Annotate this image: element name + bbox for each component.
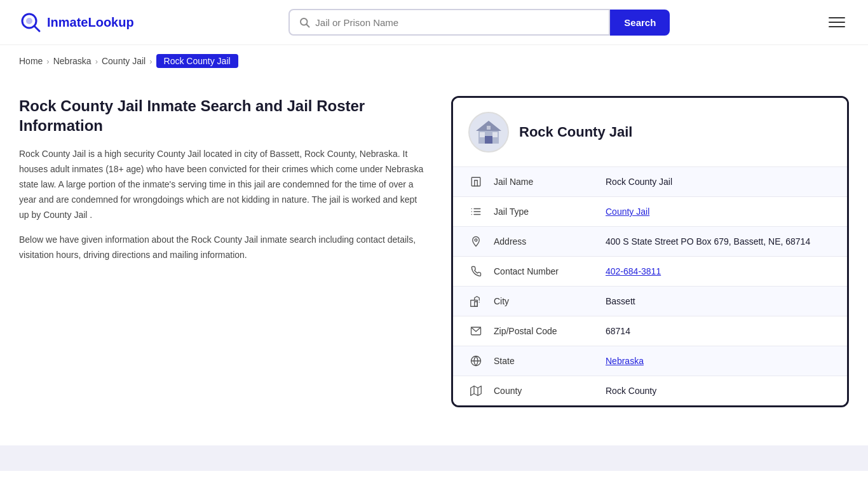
info-card: Rock County Jail Jail Name Rock County J…	[451, 96, 849, 407]
logo-link[interactable]: InmateLookup	[19, 11, 134, 34]
jail-name-value: Rock County Jail	[606, 177, 672, 187]
search-area: Search	[288, 9, 670, 36]
card-title: Rock County Jail	[519, 124, 632, 140]
svg-rect-11	[471, 177, 480, 186]
table-row: Contact Number 402-684-3811	[453, 257, 847, 287]
page-desc-1: Rock County Jail is a high security Coun…	[19, 147, 426, 222]
table-row: State Nebraska	[453, 346, 847, 376]
state-label: State	[494, 356, 595, 366]
building-icon	[468, 176, 484, 187]
menu-line-2	[829, 22, 845, 23]
card-header: Rock County Jail	[453, 98, 847, 167]
right-column: Rock County Jail Jail Name Rock County J…	[451, 96, 849, 407]
county-value: Rock County	[606, 386, 656, 396]
svg-marker-20	[475, 302, 478, 307]
breadcrumb-nebraska[interactable]: Nebraska	[53, 56, 92, 66]
breadcrumb: Home › Nebraska › County Jail › Rock Cou…	[0, 45, 868, 77]
zip-label: Zip/Postal Code	[494, 326, 595, 336]
flag-icon	[468, 355, 484, 367]
logo-icon	[19, 11, 42, 34]
jail-type-link[interactable]: County Jail	[606, 207, 649, 217]
location-icon	[468, 236, 484, 247]
svg-line-1	[34, 26, 39, 31]
jail-avatar	[468, 112, 509, 152]
search-wrapper	[288, 9, 610, 36]
address-label: Address	[494, 236, 595, 247]
state-link[interactable]: Nebraska	[606, 356, 644, 366]
state-value: Nebraska	[606, 356, 644, 366]
jail-name-label: Jail Name	[494, 177, 595, 187]
jail-building-icon	[473, 117, 504, 147]
svg-rect-7	[485, 136, 492, 144]
svg-point-2	[26, 18, 32, 24]
contact-label: Contact Number	[494, 266, 595, 276]
svg-marker-25	[471, 386, 482, 396]
breadcrumb-current: Rock County Jail	[156, 54, 238, 68]
city-value: Bassett	[606, 296, 635, 306]
left-column: Rock County Jail Inmate Search and Jail …	[19, 96, 426, 273]
table-row: County Rock County	[453, 376, 847, 405]
county-label: County	[494, 386, 595, 396]
breadcrumb-county-jail[interactable]: County Jail	[102, 56, 146, 66]
address-value: 400 S State Street PO Box 679, Bassett, …	[606, 236, 810, 247]
jail-type-value: County Jail	[606, 207, 649, 217]
city-label: City	[494, 296, 595, 306]
svg-point-3	[301, 18, 308, 25]
map-icon	[468, 385, 484, 396]
svg-rect-9	[492, 132, 498, 137]
svg-line-4	[307, 25, 309, 27]
svg-rect-19	[471, 301, 478, 307]
info-table: Jail Name Rock County Jail	[453, 167, 847, 405]
breadcrumb-home[interactable]: Home	[19, 56, 43, 66]
svg-rect-8	[480, 132, 485, 137]
footer-bar	[0, 445, 868, 471]
zip-value: 68714	[606, 326, 630, 336]
main-content: Rock County Jail Inmate Search and Jail …	[0, 77, 868, 433]
breadcrumb-sep-2: ›	[95, 57, 98, 66]
breadcrumb-sep-3: ›	[149, 57, 152, 66]
menu-button[interactable]	[825, 13, 849, 31]
city-icon	[468, 295, 484, 307]
menu-line-1	[829, 17, 845, 18]
list-icon	[468, 206, 484, 217]
table-row: Jail Name Rock County Jail	[453, 167, 847, 197]
logo-text: InmateLookup	[47, 15, 134, 30]
search-button[interactable]: Search	[610, 10, 670, 36]
svg-rect-10	[487, 126, 491, 130]
table-row: Zip/Postal Code 68714	[453, 316, 847, 346]
search-icon	[299, 17, 310, 28]
table-row: City Bassett	[453, 287, 847, 316]
table-row: Address 400 S State Street PO Box 679, B…	[453, 227, 847, 257]
table-row: Jail Type County Jail	[453, 197, 847, 227]
contact-value: 402-684-3811	[606, 266, 661, 276]
breadcrumb-sep-1: ›	[46, 57, 49, 66]
menu-line-3	[829, 26, 845, 27]
page-desc-2: Below we have given information about th…	[19, 233, 426, 263]
page-title: Rock County Jail Inmate Search and Jail …	[19, 96, 426, 135]
svg-point-18	[475, 239, 477, 241]
header: InmateLookup Search	[0, 0, 868, 45]
mail-icon	[468, 325, 484, 337]
phone-icon	[468, 266, 484, 277]
jail-type-label: Jail Type	[494, 207, 595, 217]
search-input[interactable]	[315, 17, 600, 28]
phone-link[interactable]: 402-684-3811	[606, 266, 661, 276]
